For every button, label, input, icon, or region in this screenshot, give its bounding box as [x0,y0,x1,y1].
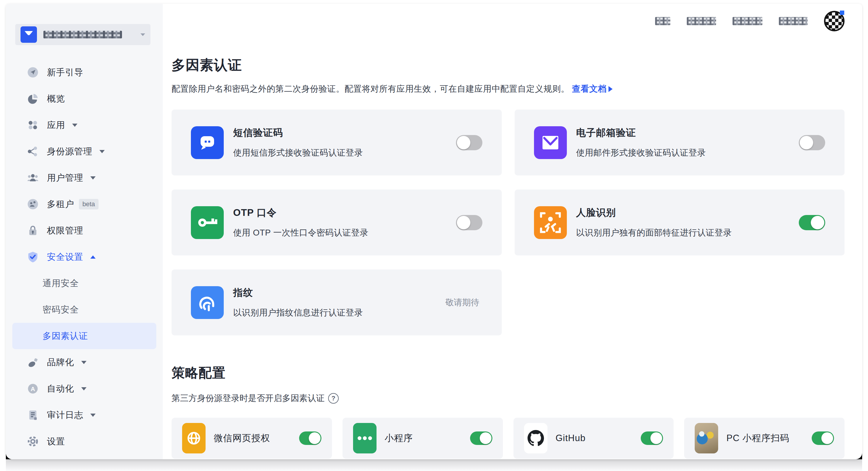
toggle-knob [800,136,813,149]
provider-card-grid: 微信网页授权 小程序 GitHub [172,418,844,459]
miniprogram-toggle[interactable] [470,432,492,445]
sidebar: 新手引导 概览 应用 [6,4,163,459]
provider-name: PC 小程序扫码 [726,432,812,444]
header-item-redacted-1[interactable] [655,17,670,25]
mfa-card-sms: 短信验证码 使用短信形式接收验证码认证登录 [172,109,502,175]
miniprogram-icon [353,423,376,453]
workspace-switcher[interactable] [15,24,150,45]
sidebar-item-branding[interactable]: 品牌化 [12,349,156,375]
pc-miniprogram-icon [695,423,718,453]
mfa-card-text: 人脸识别 以识别用户独有的面部特征进行认证登录 [576,206,799,239]
toggle-knob [650,432,662,444]
sms-toggle[interactable] [456,135,483,150]
face-scan-icon [534,206,567,239]
sidebar-item-label: 应用 [47,119,65,131]
console-window: 新手引导 概览 应用 [6,4,862,459]
header-item-redacted-3[interactable] [733,17,763,25]
mfa-card-title: 电子邮箱验证 [576,126,799,139]
help-icon[interactable]: ? [328,393,339,404]
wechat-web-icon [182,423,206,453]
sidebar-item-permissions[interactable]: 权限管理 [12,217,156,244]
window-shadow [6,459,862,471]
provider-card-wechat-web: 微信网页授权 [172,418,332,459]
chevron-down-icon [99,150,105,153]
sidebar-item-multi-tenant[interactable]: 多租户 beta [12,191,156,217]
mfa-card-fingerprint: 指纹 以识别用户指纹信息进行认证登录 敬请期待 [172,269,502,335]
provider-name: 微信网页授权 [214,432,299,444]
sidebar-item-label: 用户管理 [47,172,83,184]
provider-card-github: GitHub [514,418,674,459]
sms-icon [191,126,224,159]
pc-miniprogram-toggle[interactable] [812,432,834,445]
mfa-card-title: OTP 口令 [233,206,456,220]
overview-icon [26,92,39,105]
mfa-card-desc: 以识别用户独有的面部特征进行认证登录 [576,227,799,239]
header-item-redacted-4[interactable] [779,17,808,25]
sidebar-subitem-general-security[interactable]: 通用安全 [12,270,156,296]
provider-name: GitHub [556,433,641,443]
view-docs-link[interactable]: 查看文档 [572,84,613,94]
toggle-knob [457,136,470,149]
sidebar-subitem-password-security[interactable]: 密码安全 [12,296,156,323]
mfa-card-text: 指纹 以识别用户指纹信息进行认证登录 [233,286,445,319]
sidebar-item-label: 权限管理 [47,225,83,237]
chevron-up-icon [90,256,96,259]
sidebar-item-user-management[interactable]: 用户管理 [12,165,156,191]
policy-section-title: 策略配置 [172,364,844,382]
mfa-card-text: 电子邮箱验证 使用邮件形式接收验证码认证登录 [576,126,799,159]
sidebar-item-audit-logs[interactable]: 审计日志 [12,402,156,428]
sidebar-item-overview[interactable]: 概览 [12,86,156,112]
sidebar-item-label: 概览 [47,93,65,105]
mfa-card-face: 人脸识别 以识别用户独有的面部特征进行认证登录 [515,190,845,256]
sidebar-subitem-mfa[interactable]: 多因素认证 [12,323,156,349]
identity-source-icon [26,145,39,158]
sidebar-item-guide[interactable]: 新手引导 [12,59,156,86]
view-docs-label: 查看文档 [572,84,607,94]
sidebar-nav: 新手引导 概览 应用 [6,59,163,455]
page-description-text: 配置除用户名和密码之外的第二次身份验证。配置将对所有应用生效，可在自建应用中配置… [172,84,569,94]
sidebar-item-settings[interactable]: 设置 [12,428,156,455]
mfa-card-text: OTP 口令 使用 OTP 一次性口令密码认证登录 [233,206,456,239]
wechat-web-toggle[interactable] [299,432,321,445]
header-toolbar [655,11,844,31]
lock-icon [26,224,39,237]
mfa-card-title: 指纹 [233,286,445,299]
tenant-icon [26,198,39,211]
beta-badge: beta [79,199,98,209]
mfa-card-otp: OTP 口令 使用 OTP 一次性口令密码认证登录 [172,190,502,256]
shield-check-icon [26,250,39,263]
arrow-right-icon [609,86,613,92]
avatar[interactable] [824,11,844,31]
email-toggle[interactable] [799,135,825,150]
sidebar-item-identity-sources[interactable]: 身份源管理 [12,138,156,165]
otp-toggle[interactable] [456,215,483,230]
email-icon [534,126,567,159]
guide-icon [26,66,39,79]
mfa-card-desc: 以识别用户指纹信息进行认证登录 [233,307,445,319]
sidebar-item-security-settings[interactable]: 安全设置 [12,244,156,270]
automation-icon: A [26,382,39,395]
chevron-down-icon [141,33,145,36]
sidebar-item-automation[interactable]: A 自动化 [12,375,156,402]
sidebar-item-label: 新手引导 [47,66,83,78]
fingerprint-icon [191,286,224,319]
mfa-card-desc: 使用邮件形式接收验证码认证登录 [576,147,799,159]
policy-description-text: 第三方身份源登录时是否开启多因素认证 [172,393,324,404]
coming-soon-label: 敬请期待 [445,297,479,308]
main-content: 多因素认证 配置除用户名和密码之外的第二次身份验证。配置将对所有应用生效，可在自… [163,4,862,459]
face-toggle[interactable] [799,215,825,230]
sidebar-item-label: 身份源管理 [47,145,92,158]
mfa-card-desc: 使用短信形式接收验证码认证登录 [233,147,456,159]
sidebar-item-apps[interactable]: 应用 [12,112,156,138]
github-toggle[interactable] [641,432,663,445]
audit-log-icon [26,409,39,422]
page-description: 配置除用户名和密码之外的第二次身份验证。配置将对所有应用生效，可在自建应用中配置… [172,83,844,95]
policy-description: 第三方身份源登录时是否开启多因素认证 ? [172,393,844,404]
toggle-knob [457,216,470,229]
sidebar-item-label: 设置 [47,436,65,447]
gear-icon [26,435,39,448]
sidebar-item-label: 审计日志 [47,409,83,421]
chevron-down-icon [90,176,96,179]
header-item-redacted-2[interactable] [687,17,716,25]
toggle-knob [480,432,492,444]
